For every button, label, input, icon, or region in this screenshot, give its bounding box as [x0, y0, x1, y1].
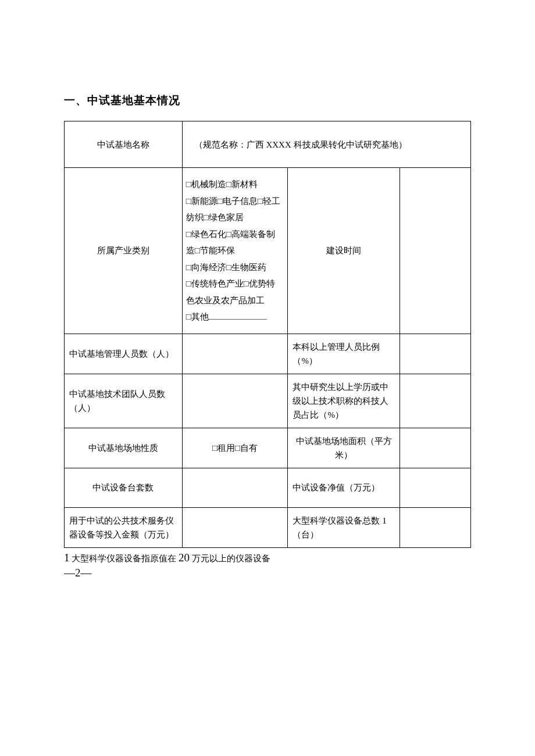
label-mgmt-staff: 中试基地管理人员数（人）: [65, 334, 183, 374]
checkbox-other-label: □其他: [186, 312, 209, 321]
label-equipment-netvalue: 中试设备净值（万元）: [288, 468, 400, 507]
table-row: 所属产业类别 □机械制造□新材料 □新能源□电子信息□轻工纺织□绿色家居 □绿色…: [65, 168, 471, 334]
other-fill-line[interactable]: [209, 311, 267, 320]
label-construction-time: 建设时间: [288, 168, 400, 334]
table-row: 中试基地名称 （规范名称：广西 XXXX 科技成果转化中试研究基地）: [65, 121, 471, 168]
footnote-text-before: 大型科学仪器设备指原值在: [70, 554, 179, 563]
value-mgmt-bachelor-pct[interactable]: [400, 334, 470, 374]
label-industry-category: 所属产业类别: [65, 168, 183, 334]
checkbox-line[interactable]: □向海经济□生物医药: [186, 259, 283, 276]
label-public-investment: 用于中试的公共技术服务仪器设备等投入金额（万元）: [65, 507, 183, 547]
label-site-area: 中试基地场地面积（平方米）: [288, 428, 400, 468]
checkbox-line[interactable]: □传统特色产业□优势特色农业及农产品加工: [186, 275, 283, 309]
footnote-twenty: 20: [179, 551, 190, 564]
checkbox-line[interactable]: □绿色石化□高端装备制造□节能环保: [186, 226, 283, 259]
checkbox-line[interactable]: □机械制造□新材料: [186, 176, 283, 193]
table-row: 中试基地管理人员数（人） 本科以上管理人员比例（%）: [65, 334, 471, 374]
value-site-nature[interactable]: □租用□自有: [182, 428, 288, 468]
label-large-instrument-count: 大型科学仪器设备总数 1（台）: [288, 507, 400, 547]
value-site-area[interactable]: [400, 428, 470, 468]
value-tech-grad-pct[interactable]: [400, 374, 470, 428]
value-base-name[interactable]: （规范名称：广西 XXXX 科技成果转化中试研究基地）: [182, 121, 470, 168]
value-public-investment[interactable]: [182, 507, 288, 547]
value-large-instrument-count[interactable]: [400, 507, 470, 547]
label-tech-team: 中试基地技术团队人员数（人）: [65, 374, 183, 428]
value-industry-category[interactable]: □机械制造□新材料 □新能源□电子信息□轻工纺织□绿色家居 □绿色石化□高端装备…: [182, 168, 288, 334]
value-tech-team[interactable]: [182, 374, 288, 428]
checkbox-line[interactable]: □其他: [186, 309, 283, 325]
table-row: 用于中试的公共技术服务仪器设备等投入金额（万元） 大型科学仪器设备总数 1（台）: [65, 507, 471, 547]
value-equipment-sets[interactable]: [182, 468, 288, 507]
footnote-text-after: 万元以上的仪器设备: [190, 554, 270, 563]
label-tech-grad-pct: 其中研究生以上学历或中级以上技术职称的科技人员占比（%）: [288, 374, 400, 428]
table-row: 中试设备台套数 中试设备净值（万元）: [65, 468, 471, 507]
table-row: 中试基地场地性质 □租用□自有 中试基地场地面积（平方米）: [65, 428, 471, 468]
value-mgmt-staff[interactable]: [182, 334, 288, 374]
checkbox-line[interactable]: □新能源□电子信息□轻工纺织□绿色家居: [186, 193, 283, 226]
label-mgmt-bachelor-pct: 本科以上管理人员比例（%）: [288, 334, 400, 374]
label-site-nature: 中试基地场地性质: [65, 428, 183, 468]
basic-info-table: 中试基地名称 （规范名称：广西 XXXX 科技成果转化中试研究基地） 所属产业类…: [64, 121, 471, 548]
label-equipment-sets: 中试设备台套数: [65, 468, 183, 507]
value-equipment-netvalue[interactable]: [400, 468, 470, 507]
footnote: 1 大型科学仪器设备指原值在 20 万元以上的仪器设备: [64, 549, 471, 567]
label-base-name: 中试基地名称: [65, 121, 183, 168]
footnote-number: 1: [64, 551, 70, 564]
section-heading: 一、中试基地基本情况: [64, 93, 471, 108]
table-row: 中试基地技术团队人员数（人） 其中研究生以上学历或中级以上技术职称的科技人员占比…: [65, 374, 471, 428]
page-number: —2—: [64, 567, 471, 579]
value-construction-time[interactable]: [400, 168, 470, 334]
